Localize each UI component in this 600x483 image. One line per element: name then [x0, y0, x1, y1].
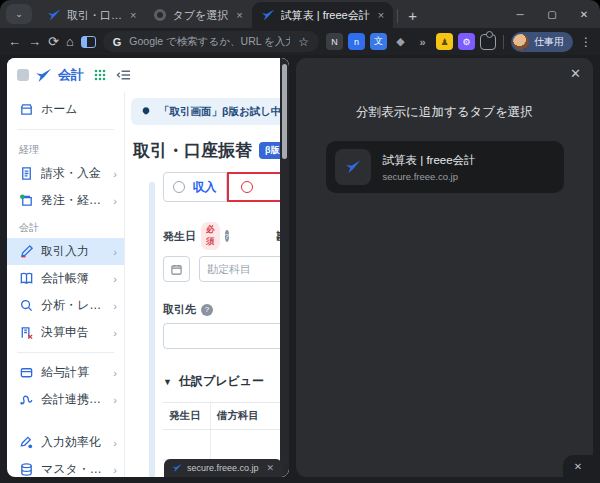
sidebar-item-input-efficiency[interactable]: 入力効率化 ›: [7, 429, 124, 456]
close-button[interactable]: ✕: [568, 0, 600, 28]
extension-icon[interactable]: ◆: [392, 33, 409, 50]
extensions-row: N n 文 ◆ » ♟ ⚙: [326, 33, 496, 50]
page-title: 取引・口座振替: [133, 139, 252, 162]
pane-site-url: secure.freee.co.jp: [187, 463, 259, 473]
sidebar-item-label: 入力効率化: [41, 434, 101, 451]
sidebar-spacer: [7, 413, 124, 429]
account-input[interactable]: [199, 256, 289, 282]
translate-extension-icon[interactable]: 文: [370, 33, 387, 50]
income-expense-toggle: 収入: [163, 172, 289, 202]
journal-preview-toggle[interactable]: ▼ 仕訳プレビュー: [163, 373, 289, 390]
chevron-right-icon: ›: [113, 195, 117, 207]
building-icon: [19, 325, 34, 340]
sidebar-item-analysis[interactable]: 分析・レポート ›: [7, 292, 124, 319]
sidebar-nav: ホーム 経理 請求・入金 › 発注・経費・… › 会計: [7, 92, 125, 477]
sidebar-item-payroll[interactable]: 給与計算 ›: [7, 359, 124, 386]
freee-favicon-icon: [47, 8, 61, 22]
sidebar-item-label: 決算申告: [41, 324, 89, 341]
income-segment[interactable]: 収入: [163, 172, 227, 202]
sidebar-item-label: マスタ・口座: [41, 461, 106, 477]
maximize-button[interactable]: ▢: [536, 0, 568, 28]
sidebar-item-label: 会計帳簿: [41, 270, 89, 287]
forward-icon[interactable]: →: [28, 35, 41, 48]
page-scrollbar[interactable]: [280, 58, 289, 477]
link-icon: [19, 392, 34, 407]
beta-trial-banner[interactable]: 「取引画面」β版お試し中: [131, 98, 289, 125]
extension-icon[interactable]: ♟: [436, 33, 453, 50]
reload-icon[interactable]: ⟳: [48, 35, 59, 48]
field-labels-row: 発生日 必須 ? 勘定科目: [163, 222, 289, 250]
chevron-right-icon: ›: [113, 464, 117, 476]
pane-site-chip[interactable]: secure.freee.co.jp ✕: [164, 459, 282, 477]
address-bar[interactable]: G Google で検索するか、URL を入力してください ☆: [103, 31, 319, 52]
chevron-right-icon: ›: [113, 367, 117, 379]
table-header-row: 発生日 借方科目: [163, 403, 289, 430]
sidebar-item-transaction-entry[interactable]: 取引入力 ›: [7, 238, 124, 265]
profile-chip[interactable]: 仕事用: [511, 32, 573, 52]
sidebar-item-label: ホーム: [41, 101, 78, 118]
minimize-button[interactable]: ─: [504, 0, 536, 28]
tab-title: 取引・口…: [67, 8, 122, 23]
bookmark-star-icon[interactable]: ☆: [298, 35, 309, 49]
sidebar-item-label: 発注・経費・…: [41, 192, 106, 209]
chooser-close-icon[interactable]: ✕: [570, 66, 581, 81]
browser-menu-icon[interactable]: ⋮: [580, 35, 592, 49]
sidebar-collapse-icon[interactable]: [116, 69, 131, 81]
sidebar-item-label: 給与計算: [41, 364, 89, 381]
database-icon: [19, 462, 34, 477]
split-view-icon[interactable]: [81, 36, 96, 48]
scrollbar-thumb[interactable]: [282, 64, 287, 159]
extension-icon[interactable]: N: [326, 33, 343, 50]
sidebar-item-integrations[interactable]: 会計連携機能 ›: [7, 386, 124, 413]
help-icon[interactable]: ?: [201, 304, 213, 316]
chevron-right-icon: ›: [113, 437, 117, 449]
sidebar-divider: [17, 352, 114, 353]
extension-icon[interactable]: n: [348, 33, 365, 50]
magnifier-icon: [19, 298, 34, 313]
app-logo-text: 会計: [58, 66, 84, 84]
triangle-down-icon: ▼: [163, 377, 172, 387]
tab-shisanhyo-active[interactable]: 試算表 | freee会計 ×: [252, 2, 393, 28]
close-icon: ✕: [574, 461, 582, 472]
tab-title: タブを選択: [172, 8, 228, 23]
income-label: 収入: [192, 179, 216, 196]
sidebar-item-master-accounts[interactable]: マスタ・口座 ›: [7, 456, 124, 477]
freee-app-body: ホーム 経理 請求・入金 › 発注・経費・… › 会計: [7, 92, 289, 477]
radio-icon: [241, 181, 253, 193]
transaction-form: 収入 発生日 必須 ? 勘定科目: [129, 172, 289, 477]
pane-close-icon[interactable]: ✕: [266, 463, 274, 473]
date-field-label: 発生日: [163, 229, 196, 244]
app-grid-icon[interactable]: [94, 69, 106, 81]
new-tab-button[interactable]: +: [404, 7, 421, 24]
extensions-puzzle-icon[interactable]: [480, 34, 496, 50]
sidebar-item-ledgers[interactable]: 会計帳簿 ›: [7, 265, 124, 292]
partner-field-label: 取引先: [163, 302, 196, 317]
split-view-content: 会計 ホーム 経理 請求・入金: [0, 55, 600, 483]
freee-favicon-icon: [261, 8, 275, 22]
sidebar-divider: [17, 129, 114, 130]
sidebar-item-label: 請求・入金: [41, 165, 101, 182]
sidebar-item-tax-filing[interactable]: 決算申告 ›: [7, 319, 124, 346]
back-icon[interactable]: ←: [8, 35, 21, 48]
card-icon: [19, 365, 34, 380]
tab-torihiki[interactable]: 取引・口… ×: [38, 2, 145, 28]
tab-choice-card[interactable]: 試算表 | freee会計 secure.freee.co.jp: [326, 141, 564, 193]
tab-close-icon[interactable]: ×: [236, 9, 242, 21]
tab-search-button[interactable]: ⌄: [6, 4, 32, 24]
browser-window: ⌄ 取引・口… × タブを選択 × 試算表 | freee会計 × + ─ ▢ …: [0, 0, 600, 483]
help-icon[interactable]: ?: [225, 230, 229, 242]
home-icon[interactable]: ⌂: [66, 35, 74, 48]
extension-icon[interactable]: »: [414, 33, 431, 50]
tab-close-icon[interactable]: ×: [130, 9, 136, 21]
table-row: [163, 430, 289, 460]
tab-close-icon[interactable]: ×: [378, 9, 384, 21]
partner-label-row: 取引先 ?: [163, 302, 289, 317]
sidebar-item-ordering[interactable]: 発注・経費・… ›: [7, 187, 124, 214]
sidebar-item-home[interactable]: ホーム: [7, 96, 124, 123]
date-input[interactable]: [163, 256, 190, 282]
partner-input[interactable]: [163, 323, 287, 349]
extension-icon[interactable]: ⚙: [458, 33, 475, 50]
pane-corner-close[interactable]: ✕: [563, 455, 593, 477]
tab-chooser[interactable]: タブを選択 ×: [145, 2, 251, 28]
sidebar-item-billing[interactable]: 請求・入金 ›: [7, 160, 124, 187]
